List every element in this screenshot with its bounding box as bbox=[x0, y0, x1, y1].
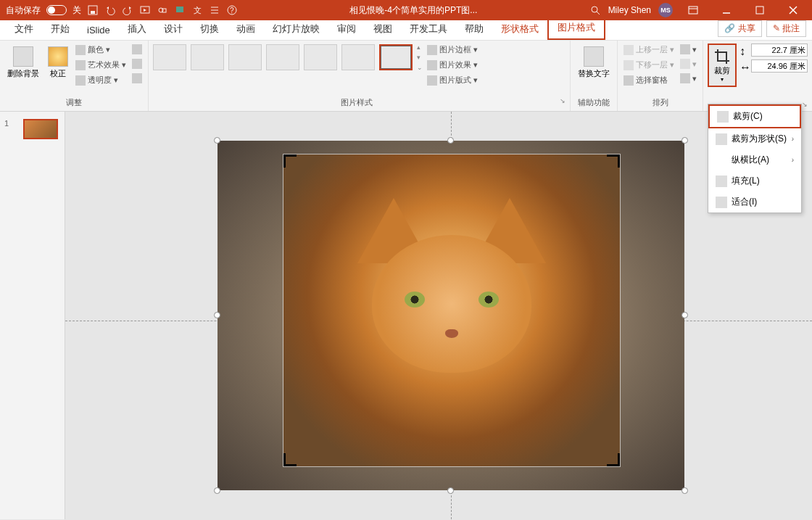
transparency-button[interactable]: 透明度 ▾ bbox=[74, 74, 128, 86]
group-button[interactable]: ▾ bbox=[679, 58, 698, 70]
ribbon: 删除背景 校正 颜色 ▾ 艺术效果 ▾ 透明度 ▾ 调整 bbox=[0, 41, 812, 112]
tab-file[interactable]: 文件 bbox=[6, 18, 42, 40]
crop-handle[interactable] bbox=[283, 154, 297, 168]
crop-shape-icon bbox=[716, 133, 727, 145]
resize-handle[interactable] bbox=[447, 487, 454, 494]
tab-slideshow[interactable]: 幻灯片放映 bbox=[264, 18, 328, 40]
align-icon[interactable] bbox=[209, 4, 220, 16]
undo-icon[interactable] bbox=[104, 4, 116, 16]
share-button[interactable]: 🔗 共享 bbox=[718, 20, 761, 37]
style-item[interactable] bbox=[341, 44, 375, 70]
crop-menu-fit[interactable]: 适合(I) bbox=[708, 191, 801, 212]
tab-view[interactable]: 视图 bbox=[365, 18, 401, 40]
resize-handle[interactable] bbox=[214, 137, 220, 144]
picture-effects-button[interactable]: 图片效果 ▾ bbox=[426, 59, 479, 71]
resize-handle[interactable] bbox=[214, 312, 220, 318]
crop-handle[interactable] bbox=[443, 154, 460, 157]
resize-handle[interactable] bbox=[682, 487, 688, 494]
crop-region[interactable] bbox=[283, 154, 621, 467]
styles-dialog-launcher[interactable]: ↘ bbox=[560, 97, 566, 108]
picture-styles-gallery[interactable]: ▴ ▾ ⌄ bbox=[153, 44, 423, 71]
crop-menu-shape[interactable]: 裁剪为形状(S)› bbox=[708, 128, 801, 149]
resize-handle[interactable] bbox=[447, 137, 454, 144]
crop-button[interactable]: 裁剪 ▾ bbox=[708, 44, 737, 87]
crop-handle[interactable] bbox=[443, 464, 460, 467]
crop-menu-crop[interactable]: 裁剪(C) bbox=[708, 104, 801, 128]
tab-shape-format[interactable]: 形状格式 bbox=[492, 18, 547, 40]
rotate-button[interactable]: ▾ bbox=[679, 73, 698, 84]
crop-menu-aspect[interactable]: 纵横比(A)› bbox=[708, 149, 801, 170]
picture-border-button[interactable]: 图片边框 ▾ bbox=[426, 44, 479, 56]
tab-picture-format[interactable]: 图片格式 bbox=[547, 15, 605, 40]
ribbon-display-icon[interactable] bbox=[680, 0, 706, 20]
tab-design[interactable]: 设计 bbox=[155, 18, 191, 40]
alt-text-button[interactable]: 替换文字 bbox=[575, 44, 613, 82]
maximize-icon[interactable] bbox=[747, 0, 773, 20]
save-icon[interactable] bbox=[87, 4, 99, 16]
redo-icon[interactable] bbox=[122, 4, 133, 16]
autosave-toggle[interactable] bbox=[46, 5, 67, 15]
artistic-effects-button[interactable]: 艺术效果 ▾ bbox=[74, 59, 128, 71]
color-button[interactable]: 颜色 ▾ bbox=[74, 44, 128, 56]
slide-thumbnail[interactable] bbox=[23, 119, 58, 139]
change-picture-button[interactable] bbox=[130, 58, 144, 70]
close-icon[interactable] bbox=[780, 0, 806, 20]
reset-picture-button[interactable] bbox=[130, 73, 144, 84]
svg-rect-1 bbox=[91, 11, 95, 14]
style-item-selected[interactable] bbox=[379, 44, 413, 70]
shapes-icon[interactable] bbox=[157, 4, 168, 16]
tab-transitions[interactable]: 切换 bbox=[191, 18, 228, 40]
tab-developer[interactable]: 开发工具 bbox=[401, 18, 456, 40]
tab-home[interactable]: 开始 bbox=[42, 18, 78, 40]
help-icon[interactable]: ? bbox=[226, 4, 238, 16]
crop-handle[interactable] bbox=[283, 453, 297, 466]
artistic-icon bbox=[75, 60, 86, 70]
comments-button[interactable]: ✎ 批注 bbox=[766, 20, 806, 37]
tab-review[interactable]: 审阅 bbox=[328, 18, 365, 40]
title-bar: 自动保存 关 文 ? 相见恨晚-4个简单实用的PPT图... Miley She… bbox=[0, 0, 812, 20]
gallery-down-icon[interactable]: ▾ bbox=[417, 54, 423, 61]
tab-help[interactable]: 帮助 bbox=[456, 18, 492, 40]
crop-handle[interactable] bbox=[607, 453, 620, 466]
group-arrange-label: 排列 bbox=[622, 97, 698, 108]
bring-forward-icon bbox=[624, 45, 634, 55]
corrections-button[interactable]: 校正 bbox=[45, 44, 71, 82]
tab-islide[interactable]: iSlide bbox=[78, 20, 119, 40]
color-fill-icon[interactable] bbox=[174, 4, 186, 16]
resize-handle[interactable] bbox=[214, 487, 220, 494]
crop-handle[interactable] bbox=[283, 302, 286, 319]
compress-pictures-button[interactable] bbox=[130, 44, 144, 55]
remove-background-button[interactable]: 删除背景 bbox=[4, 44, 42, 82]
selection-pane-button[interactable]: 选择窗格 bbox=[622, 74, 676, 86]
crop-menu-fill[interactable]: 填充(L) bbox=[708, 170, 801, 191]
style-item[interactable] bbox=[266, 44, 299, 70]
text-icon[interactable]: 文 bbox=[191, 4, 203, 16]
svg-rect-5 bbox=[176, 7, 183, 12]
style-item[interactable] bbox=[153, 44, 186, 70]
slideshow-icon[interactable] bbox=[139, 4, 151, 16]
picture-layout-button[interactable]: 图片版式 ▾ bbox=[426, 74, 479, 86]
gallery-more-icon[interactable]: ⌄ bbox=[417, 64, 423, 71]
resize-handle[interactable] bbox=[682, 312, 688, 318]
avatar[interactable]: MS bbox=[658, 3, 673, 17]
resize-handle[interactable] bbox=[682, 137, 688, 144]
height-input[interactable] bbox=[751, 44, 808, 57]
minimize-icon[interactable] bbox=[713, 0, 740, 20]
style-item[interactable] bbox=[191, 44, 224, 70]
tab-animations[interactable]: 动画 bbox=[228, 18, 264, 40]
send-backward-button[interactable]: 下移一层 ▾ bbox=[622, 59, 676, 71]
fit-icon bbox=[716, 197, 727, 208]
crop-handle[interactable] bbox=[618, 302, 621, 319]
autosave-state: 关 bbox=[72, 4, 81, 17]
bring-forward-button[interactable]: 上移一层 ▾ bbox=[622, 44, 676, 56]
crop-handle[interactable] bbox=[607, 154, 620, 168]
gallery-up-icon[interactable]: ▴ bbox=[417, 44, 423, 51]
change-picture-icon bbox=[132, 59, 142, 69]
width-input[interactable] bbox=[751, 59, 808, 73]
tab-insert[interactable]: 插入 bbox=[119, 18, 155, 40]
align-button[interactable]: ▾ bbox=[679, 44, 698, 55]
style-item[interactable] bbox=[228, 44, 262, 70]
slide-canvas[interactable] bbox=[65, 112, 812, 519]
search-icon[interactable] bbox=[589, 4, 601, 16]
style-item[interactable] bbox=[304, 44, 337, 70]
